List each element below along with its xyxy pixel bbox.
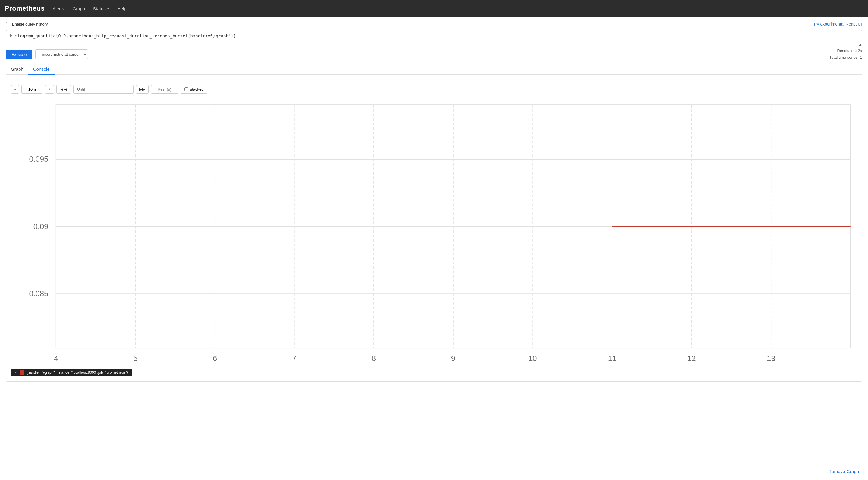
svg-text:11: 11 (608, 354, 616, 363)
chart-svg: 0.095 0.09 0.085 4 5 6 7 8 9 10 11 12 13 (11, 99, 857, 367)
svg-text:4: 4 (54, 354, 58, 363)
top-bar: Enable query history Try experimental Re… (6, 22, 862, 27)
query-area: ⊿ (6, 30, 862, 46)
until-input[interactable] (73, 85, 133, 94)
resolution-input[interactable] (151, 85, 178, 94)
zoom-out-button[interactable]: - (11, 85, 19, 94)
resolution-stat: Resolution: 2s (830, 47, 862, 54)
nav-alerts[interactable]: Alerts (52, 5, 64, 12)
enable-history-text: Enable query history (12, 22, 48, 27)
svg-text:0.095: 0.095 (29, 155, 48, 163)
nav-help[interactable]: Help (117, 5, 127, 12)
nav-status-dropdown[interactable]: Status ▾ (93, 6, 110, 11)
zoom-in-button[interactable]: + (45, 85, 54, 94)
svg-text:13: 13 (767, 354, 775, 363)
svg-text:6: 6 (213, 354, 217, 363)
svg-text:0.09: 0.09 (33, 222, 49, 231)
chart-area: 0.095 0.09 0.085 4 5 6 7 8 9 10 11 12 13 (11, 99, 857, 367)
svg-text:7: 7 (292, 354, 296, 363)
tab-console[interactable]: Console (28, 64, 55, 75)
navbar: Prometheus Alerts Graph Status ▾ Help (0, 0, 868, 17)
legend-color-swatch (20, 370, 24, 375)
nav-status-label: Status (93, 6, 106, 11)
execute-button[interactable]: Execute (6, 50, 32, 59)
svg-text:0.085: 0.085 (29, 289, 48, 298)
svg-text:8: 8 (372, 354, 376, 363)
metric-select[interactable]: - insert metric at cursor (35, 49, 88, 59)
svg-text:12: 12 (687, 354, 695, 363)
nav-graph[interactable]: Graph (72, 5, 86, 12)
stacked-checkbox[interactable] (184, 87, 188, 91)
query-input[interactable] (6, 30, 862, 46)
svg-text:9: 9 (451, 354, 456, 363)
graph-controls: - + ◄◄ ▶▶ stacked (11, 85, 857, 94)
svg-text:10: 10 (528, 354, 537, 363)
tab-graph[interactable]: Graph (6, 64, 28, 75)
svg-text:5: 5 (133, 354, 137, 363)
prev-button[interactable]: ◄◄ (56, 85, 71, 94)
execute-row: Execute - insert metric at cursor (6, 49, 862, 59)
tabs: Graph Console (6, 64, 862, 75)
next-button[interactable]: ▶▶ (136, 85, 149, 94)
legend-label: {handler="/graph",instance="localhost:90… (27, 370, 128, 375)
chevron-down-icon: ▾ (107, 6, 110, 11)
react-ui-link[interactable]: Try experimental React UI (813, 22, 862, 27)
brand-logo: Prometheus (5, 4, 44, 12)
stacked-label: stacked (190, 87, 204, 92)
enable-history-label[interactable]: Enable query history (6, 22, 48, 27)
duration-input[interactable] (22, 85, 42, 94)
enable-history-checkbox[interactable] (6, 22, 10, 26)
main-content: Enable query history Try experimental Re… (0, 17, 868, 391)
legend-box: ✓ {handler="/graph",instance="localhost:… (11, 369, 132, 376)
total-series-stat: Total time series: 1 (830, 54, 862, 61)
legend-checkmark: ✓ (15, 370, 18, 374)
stacked-button[interactable]: stacked (181, 85, 208, 94)
graph-container: - + ◄◄ ▶▶ stacked (6, 80, 862, 381)
